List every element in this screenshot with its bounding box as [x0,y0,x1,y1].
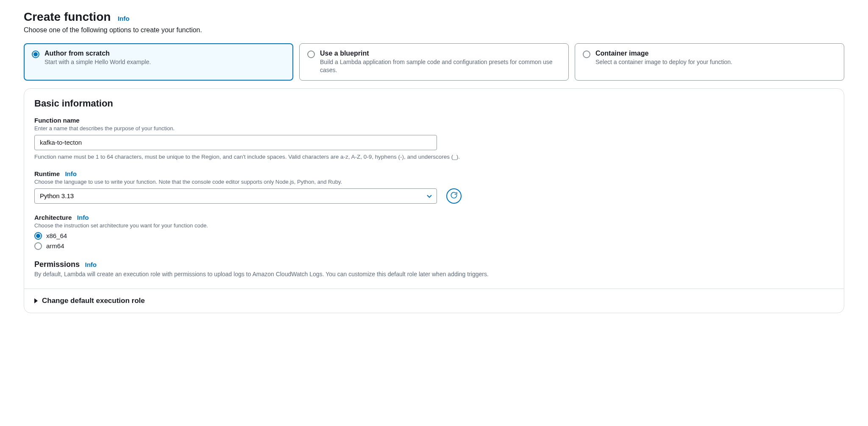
architecture-label: Architecture [34,214,72,221]
option-desc: Select a container image to deploy for y… [595,58,732,66]
option-container-image[interactable]: Container image Select a container image… [575,43,844,81]
radio-icon [34,242,42,250]
permissions-title: Permissions [34,260,80,269]
change-execution-role-expander[interactable]: Change default execution role [24,289,844,313]
creation-options: Author from scratch Start with a simple … [24,43,844,81]
permissions-info-link[interactable]: Info [85,261,97,268]
radio-icon [34,232,42,240]
function-name-field: Function name Enter a name that describe… [34,117,834,160]
option-title: Use a blueprint [320,50,561,57]
option-author-from-scratch[interactable]: Author from scratch Start with a simple … [24,43,293,81]
caret-right-icon [34,298,38,303]
option-use-blueprint[interactable]: Use a blueprint Build a Lambda applicati… [299,43,569,81]
option-desc: Start with a simple Hello World example. [45,58,151,66]
permissions-section: Permissions Info By default, Lambda will… [34,260,834,277]
expander-title: Change default execution role [42,297,145,305]
radio-icon [32,50,39,58]
function-name-hint: Enter a name that describes the purpose … [34,125,834,132]
radio-label: x86_64 [46,232,67,239]
page-subtitle: Choose one of the following options to c… [24,26,844,34]
refresh-icon [450,191,458,200]
function-name-label: Function name [34,117,80,124]
architecture-info-link[interactable]: Info [77,214,89,221]
option-title: Author from scratch [45,50,151,57]
radio-icon [307,50,315,58]
page-title: Create function [24,10,111,24]
option-desc: Build a Lambda application from sample c… [320,58,561,74]
runtime-info-link[interactable]: Info [65,170,77,177]
permissions-desc: By default, Lambda will create an execut… [34,271,834,277]
runtime-label: Runtime [34,170,60,177]
runtime-select[interactable]: Python 3.13 [34,188,437,204]
basic-information-panel: Basic information Function name Enter a … [24,88,844,313]
architecture-arm64[interactable]: arm64 [34,242,834,250]
architecture-x86-64[interactable]: x86_64 [34,232,834,240]
section-title: Basic information [34,98,834,109]
page-header: Create function Info Choose one of the f… [24,10,844,34]
radio-label: arm64 [46,242,64,249]
runtime-field: Runtime Info Choose the language to use … [34,170,834,204]
header-info-link[interactable]: Info [118,15,130,22]
refresh-runtime-button[interactable] [446,188,462,204]
option-title: Container image [595,50,732,57]
runtime-value: Python 3.13 [40,192,74,199]
function-name-input[interactable] [34,135,437,150]
architecture-hint: Choose the instruction set architecture … [34,222,834,229]
runtime-hint: Choose the language to use to write your… [34,179,834,185]
architecture-field: Architecture Info Choose the instruction… [34,214,834,250]
radio-icon [583,50,590,58]
function-name-help: Function name must be 1 to 64 characters… [34,154,834,160]
